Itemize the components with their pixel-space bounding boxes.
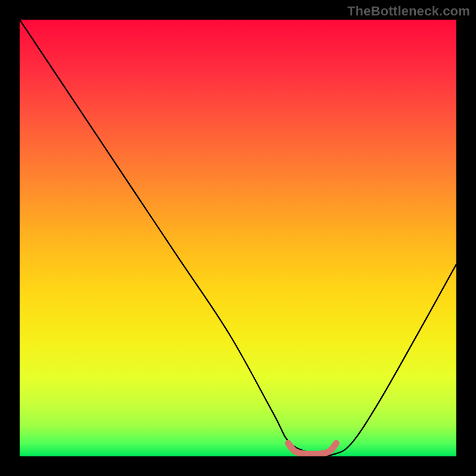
watermark-text: TheBottleneck.com (347, 4, 470, 19)
plot-area (20, 20, 456, 456)
chart-container: TheBottleneck.com (0, 0, 476, 476)
